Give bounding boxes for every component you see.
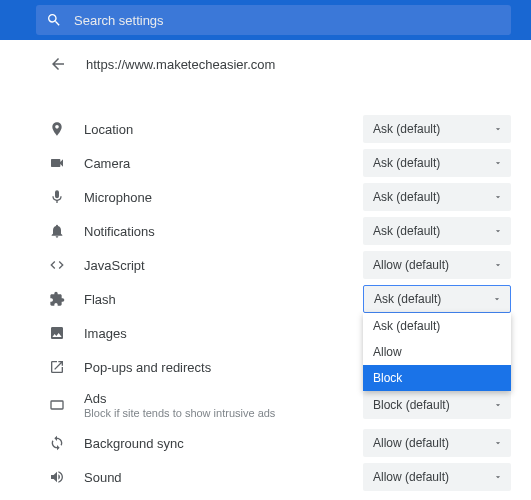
sound-label: Sound: [84, 470, 345, 485]
popups-icon: [48, 359, 66, 375]
ads-icon: [48, 397, 66, 413]
flash-label: Flash: [84, 292, 345, 307]
location-value: Ask (default): [373, 122, 440, 136]
chevron-down-icon: [493, 158, 503, 168]
bgsync-select[interactable]: Allow (default): [363, 429, 511, 457]
notifications-icon: [48, 223, 66, 239]
sync-icon: [48, 435, 66, 451]
row-microphone: Microphone Ask (default): [48, 180, 511, 214]
sound-value: Allow (default): [373, 470, 449, 484]
search-box[interactable]: [36, 5, 511, 35]
microphone-value: Ask (default): [373, 190, 440, 204]
chevron-down-icon: [493, 260, 503, 270]
site-url: https://www.maketecheasier.com: [86, 57, 275, 72]
chevron-down-icon: [493, 472, 503, 482]
search-icon: [46, 12, 62, 28]
javascript-value: Allow (default): [373, 258, 449, 272]
chevron-down-icon: [493, 192, 503, 202]
javascript-label: JavaScript: [84, 258, 345, 273]
sound-icon: [48, 469, 66, 485]
javascript-icon: [48, 257, 66, 273]
microphone-icon: [48, 189, 66, 205]
images-label: Images: [84, 326, 345, 341]
page-header: https://www.maketecheasier.com: [48, 40, 511, 88]
search-input[interactable]: [74, 13, 501, 28]
flash-option-allow[interactable]: Allow: [363, 339, 511, 365]
javascript-select[interactable]: Allow (default): [363, 251, 511, 279]
flash-select[interactable]: Ask (default): [363, 285, 511, 313]
ads-value: Block (default): [373, 398, 450, 412]
ads-sublabel: Block if site tends to show intrusive ad…: [84, 407, 345, 419]
bgsync-label: Background sync: [84, 436, 345, 451]
flash-value: Ask (default): [374, 292, 441, 306]
camera-select[interactable]: Ask (default): [363, 149, 511, 177]
chevron-down-icon: [493, 400, 503, 410]
flash-option-block[interactable]: Block: [363, 365, 511, 391]
flash-option-ask[interactable]: Ask (default): [363, 313, 511, 339]
location-label: Location: [84, 122, 345, 137]
notifications-value: Ask (default): [373, 224, 440, 238]
row-notifications: Notifications Ask (default): [48, 214, 511, 248]
camera-label: Camera: [84, 156, 345, 171]
microphone-label: Microphone: [84, 190, 345, 205]
location-select[interactable]: Ask (default): [363, 115, 511, 143]
camera-value: Ask (default): [373, 156, 440, 170]
ads-label: Ads: [84, 391, 345, 406]
chevron-down-icon: [493, 124, 503, 134]
microphone-select[interactable]: Ask (default): [363, 183, 511, 211]
row-camera: Camera Ask (default): [48, 146, 511, 180]
images-icon: [48, 325, 66, 341]
chevron-down-icon: [492, 294, 502, 304]
chevron-down-icon: [493, 438, 503, 448]
chevron-down-icon: [493, 226, 503, 236]
row-javascript: JavaScript Allow (default): [48, 248, 511, 282]
top-bar: [0, 0, 531, 40]
camera-icon: [48, 155, 66, 171]
sound-select[interactable]: Allow (default): [363, 463, 511, 491]
location-icon: [48, 121, 66, 137]
flash-icon: [48, 291, 66, 307]
site-settings-page: https://www.maketecheasier.com Location …: [28, 40, 531, 494]
notifications-select[interactable]: Ask (default): [363, 217, 511, 245]
back-button[interactable]: [48, 54, 68, 74]
row-location: Location Ask (default): [48, 112, 511, 146]
notifications-label: Notifications: [84, 224, 345, 239]
flash-dropdown: Ask (default) Allow Block: [363, 313, 511, 391]
row-flash: Flash Ask (default) Ask (default) Allow …: [48, 282, 511, 316]
ads-select[interactable]: Block (default): [363, 391, 511, 419]
svg-rect-0: [51, 401, 63, 409]
popups-label: Pop-ups and redirects: [84, 360, 345, 375]
bgsync-value: Allow (default): [373, 436, 449, 450]
row-sound: Sound Allow (default): [48, 460, 511, 494]
row-bgsync: Background sync Allow (default): [48, 426, 511, 460]
